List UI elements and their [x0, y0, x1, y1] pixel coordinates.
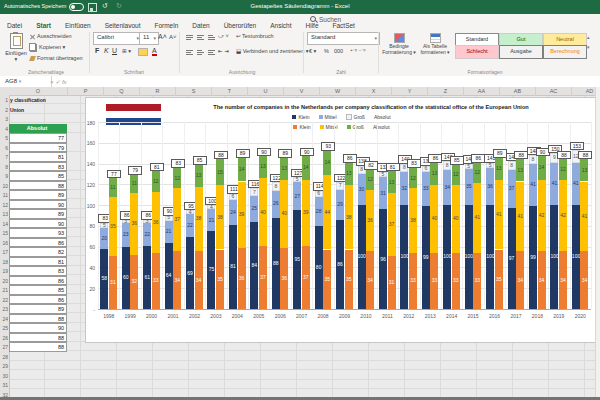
- row-header-20[interactable]: 20: [0, 278, 8, 284]
- row-header-29[interactable]: 29: [0, 363, 8, 369]
- cell-o27[interactable]: 88: [9, 342, 67, 352]
- column-header-W[interactable]: W: [320, 87, 356, 96]
- row-header-14[interactable]: 14: [0, 221, 8, 227]
- align-left-icon[interactable]: [186, 49, 193, 56]
- column-header-Z[interactable]: Z: [428, 87, 464, 96]
- row-header-21[interactable]: 21: [0, 287, 8, 293]
- cell-o25[interactable]: 90: [9, 323, 67, 333]
- indent-icons[interactable]: ⇤ ⇥: [218, 48, 229, 54]
- format-as-table-button[interactable]: Als Tabelleformatieren ▾: [418, 33, 452, 56]
- row-header-6[interactable]: 6: [0, 145, 8, 151]
- row-header-11[interactable]: 11: [0, 192, 8, 198]
- grow-font-icon[interactable]: A˄: [158, 33, 167, 40]
- align-bottom-icon[interactable]: [208, 34, 215, 41]
- wrap-text-button[interactable]: ↩ Textumbruch: [236, 33, 274, 39]
- row-header-15[interactable]: 15: [0, 230, 8, 236]
- italic-button[interactable]: K: [104, 47, 109, 54]
- cell-o6[interactable]: 79: [9, 143, 67, 153]
- shrink-font-icon[interactable]: A˅: [169, 34, 177, 40]
- fill-color-icon[interactable]: [138, 48, 148, 56]
- row-header-3[interactable]: 3: [0, 116, 8, 122]
- cell-absolut-header[interactable]: Absolut: [9, 124, 67, 134]
- font-size-combo[interactable]: ▾11: [139, 32, 159, 45]
- cell-o22[interactable]: 86: [9, 295, 67, 305]
- row-header-27[interactable]: 27: [0, 344, 8, 350]
- gallery-scroll-down[interactable]: ▾: [587, 44, 590, 50]
- row-header-10[interactable]: 10: [0, 183, 8, 189]
- cell-o11[interactable]: 89: [9, 190, 67, 200]
- column-header-T[interactable]: T: [212, 87, 248, 96]
- row-header-30[interactable]: 30: [0, 373, 8, 379]
- align-center-icon[interactable]: [197, 49, 204, 56]
- row-header-23[interactable]: 23: [0, 306, 8, 312]
- currency-icon[interactable]: € ▾: [309, 48, 316, 54]
- cell-o14[interactable]: 90: [9, 219, 67, 229]
- row-header-5[interactable]: 5: [0, 135, 8, 141]
- row-header-2[interactable]: 2: [0, 107, 8, 113]
- cell-o8[interactable]: 83: [9, 162, 67, 172]
- column-header-X[interactable]: X: [356, 87, 392, 96]
- chart[interactable]: The number of companies in the Netherlan…: [85, 97, 596, 343]
- cell-o12[interactable]: 90: [9, 200, 67, 210]
- row-header-7[interactable]: 7: [0, 154, 8, 160]
- cell-o26[interactable]: 88: [9, 333, 67, 343]
- cell-o5[interactable]: 77: [9, 133, 67, 143]
- row-header-1[interactable]: 1: [0, 97, 8, 103]
- column-header-AA[interactable]: AA: [464, 87, 500, 96]
- column-header-V[interactable]: V: [284, 87, 320, 96]
- cell-o18[interactable]: 81: [9, 257, 67, 267]
- align-middle-icon[interactable]: [197, 34, 204, 41]
- column-header-S[interactable]: S: [176, 87, 212, 96]
- font-name-combo[interactable]: ▾Calibri: [93, 32, 142, 45]
- align-right-icon[interactable]: [208, 49, 215, 56]
- cell-o9[interactable]: 85: [9, 171, 67, 181]
- cell-o13[interactable]: 89: [9, 209, 67, 219]
- copy-button[interactable]: Kopieren ▾: [30, 44, 65, 52]
- column-header-P[interactable]: P: [68, 87, 104, 96]
- column-header-U[interactable]: U: [248, 87, 284, 96]
- thousands-icon[interactable]: 000: [334, 48, 343, 54]
- row-header-18[interactable]: 18: [0, 259, 8, 265]
- number-format-combo[interactable]: ▾Standard: [307, 32, 380, 45]
- row-header-25[interactable]: 25: [0, 325, 8, 331]
- row-header-8[interactable]: 8: [0, 164, 8, 170]
- cell-o24[interactable]: 88: [9, 314, 67, 324]
- row-header-31[interactable]: 31: [0, 382, 8, 388]
- borders-icon[interactable]: ⊞ ▾: [122, 48, 131, 54]
- underline-button[interactable]: U: [112, 47, 117, 54]
- row-header-19[interactable]: 19: [0, 268, 8, 274]
- column-header-O[interactable]: O: [9, 87, 68, 96]
- cell-style-berechnung[interactable]: Berechnung: [543, 45, 587, 59]
- paste-button[interactable]: Einfügen ▾: [4, 31, 28, 69]
- cell-o10[interactable]: 88: [9, 181, 67, 191]
- align-top-icon[interactable]: [186, 34, 193, 41]
- cell-o7[interactable]: 81: [9, 152, 67, 162]
- cell-style-schlecht[interactable]: Schlecht: [455, 45, 499, 59]
- column-header-AC[interactable]: AC: [536, 87, 572, 96]
- cell-o20[interactable]: 86: [9, 276, 67, 286]
- cell-o21[interactable]: 85: [9, 285, 67, 295]
- column-header-Q[interactable]: Q: [104, 87, 140, 96]
- bold-button[interactable]: F: [95, 47, 99, 54]
- row-header-13[interactable]: 13: [0, 211, 8, 217]
- row-header-22[interactable]: 22: [0, 297, 8, 303]
- column-headers[interactable]: OPQRSTUVWXYZAAABACAD: [0, 87, 600, 96]
- merge-center-button[interactable]: ⬓ Verbinden und zentrieren ▾: [236, 48, 309, 54]
- format-painter-button[interactable]: Format übertragen: [30, 55, 83, 61]
- row-header-26[interactable]: 26: [0, 335, 8, 341]
- row-header-28[interactable]: 28: [0, 354, 8, 360]
- decimal-icons[interactable]: ⁺˙⁰ ⁻˙⁰: [350, 48, 365, 54]
- cell-o16[interactable]: 86: [9, 238, 67, 248]
- gallery-scroll-up[interactable]: ▴: [587, 34, 590, 40]
- column-header-Y[interactable]: Y: [392, 87, 428, 96]
- percent-icon[interactable]: %: [324, 48, 329, 54]
- row-header-9[interactable]: 9: [0, 173, 8, 179]
- orientation-icon[interactable]: ⤻ ˅: [218, 33, 229, 40]
- cell-style-ausgabe[interactable]: Ausgabe: [499, 45, 543, 59]
- row-header-24[interactable]: 24: [0, 316, 8, 322]
- column-header-AB[interactable]: AB: [500, 87, 536, 96]
- font-color-icon[interactable]: A: [152, 47, 157, 56]
- cell-o23[interactable]: 89: [9, 304, 67, 314]
- search-input[interactable]: Suchen: [310, 16, 341, 23]
- row-header-12[interactable]: 12: [0, 202, 8, 208]
